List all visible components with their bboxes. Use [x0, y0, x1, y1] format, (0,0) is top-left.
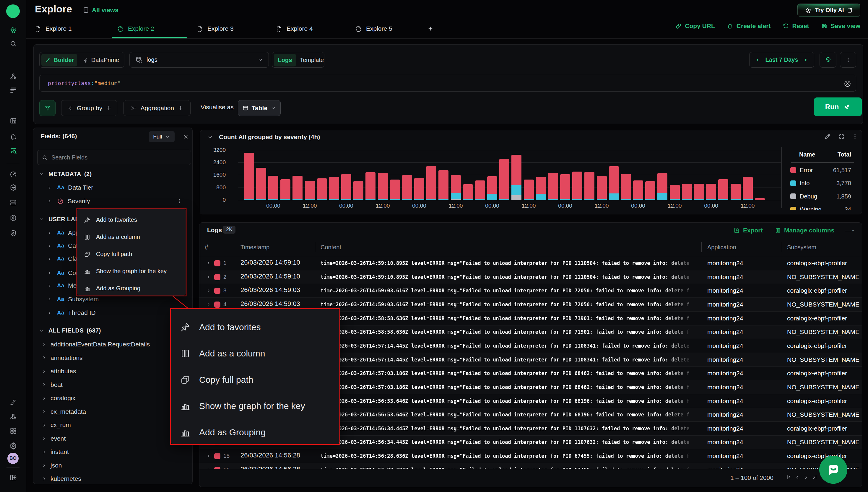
- sidebar-item-service-map[interactable]: [0, 70, 26, 83]
- dataprime-mode-button[interactable]: DataPrime: [79, 54, 123, 67]
- brand-logo[interactable]: [6, 4, 20, 18]
- legend-row-info[interactable]: Info3,770: [781, 177, 862, 190]
- chat-widget-button[interactable]: [819, 456, 847, 484]
- row-expand-chevron[interactable]: [206, 275, 211, 279]
- field-row[interactable]: Severity: [33, 194, 193, 208]
- field-row[interactable]: cx_rum: [33, 418, 193, 432]
- row-expand-chevron[interactable]: [206, 288, 211, 293]
- log-row[interactable]: 1526/03/2026 14:56:28time=2026-03-26T14:…: [199, 449, 862, 463]
- chart-bar[interactable]: [292, 176, 303, 200]
- sidebar-item-explore[interactable]: [0, 144, 26, 157]
- menu-item-add-as-a-column[interactable]: Add as a column: [77, 228, 186, 246]
- field-row[interactable]: annotations: [33, 351, 193, 365]
- chart-bar[interactable]: [426, 166, 436, 200]
- chart-bar[interactable]: [670, 185, 680, 200]
- chart-bar[interactable]: [621, 174, 631, 200]
- chart-bar[interactable]: [463, 184, 473, 200]
- first-page-button[interactable]: [786, 474, 792, 481]
- chart-bar[interactable]: [657, 173, 668, 200]
- visualise-table-select[interactable]: Table: [238, 100, 281, 116]
- manage-columns-button[interactable]: Manage columns: [775, 227, 834, 234]
- query-input[interactable]: priorityclass:"medium": [39, 75, 856, 92]
- field-row[interactable]: kubernetes: [33, 472, 193, 486]
- chart-bar[interactable]: [572, 172, 582, 200]
- sidebar-item-settings[interactable]: [0, 439, 26, 452]
- chart-bar[interactable]: [694, 184, 704, 200]
- last-page-button[interactable]: [811, 474, 818, 481]
- menu-item-add-as-grouping[interactable]: Add as Grouping: [170, 419, 340, 446]
- query-history-button[interactable]: [820, 52, 836, 68]
- fields-section-header[interactable]: ALL FIELDS(637): [33, 324, 193, 337]
- time-range-picker[interactable]: Last 7 Days: [749, 52, 814, 68]
- row-expand-chevron[interactable]: [206, 453, 211, 458]
- all-views-link[interactable]: All views: [83, 6, 118, 14]
- field-row[interactable]: coralogix: [33, 391, 193, 405]
- action-save-view[interactable]: Save view: [821, 22, 860, 29]
- chart-bar[interactable]: [305, 181, 315, 200]
- export-button[interactable]: Export: [733, 227, 763, 234]
- sidebar-item-integrations[interactable]: [0, 396, 26, 409]
- filters-button[interactable]: [39, 100, 55, 116]
- sidebar-item-coralogix-home[interactable]: [0, 24, 26, 36]
- sidebar-item-apm[interactable]: [0, 168, 26, 181]
- menu-item-add-as-a-column[interactable]: Add as a column: [170, 340, 340, 367]
- log-row[interactable]: 226/03/2026 14:59:10time=2026-03-26T14:5…: [199, 270, 862, 284]
- field-row[interactable]: attributes: [33, 364, 193, 378]
- template-toggle-button[interactable]: Template: [298, 52, 326, 68]
- fields-section-header[interactable]: METADATA(2): [33, 167, 193, 181]
- field-row[interactable]: beat: [33, 378, 193, 392]
- field-row[interactable]: cx_metadata: [33, 405, 193, 418]
- menu-item-add-as-grouping[interactable]: Add as Grouping: [77, 280, 186, 297]
- user-avatar[interactable]: BO: [7, 453, 19, 464]
- logs-toggle-button[interactable]: Logs: [274, 54, 296, 67]
- chart-bar[interactable]: [743, 177, 753, 200]
- fields-scope-select[interactable]: Full: [149, 131, 175, 142]
- data-source-select[interactable]: logs: [129, 52, 269, 68]
- chart-bar[interactable]: [451, 175, 461, 200]
- sidebar-item-infrastructure[interactable]: [0, 196, 26, 209]
- chart-bar[interactable]: [341, 174, 351, 200]
- chart-bar[interactable]: [390, 179, 400, 200]
- chart-bar[interactable]: [402, 175, 412, 200]
- sidebar-item-insights[interactable]: [0, 212, 26, 224]
- tab-explore-4[interactable]: Explore 4: [276, 21, 313, 36]
- chart-bar[interactable]: [609, 166, 619, 200]
- sidebar-item-list-view[interactable]: [0, 83, 26, 96]
- chart-bar[interactable]: [755, 198, 765, 200]
- fields-search-input[interactable]: Search Fields: [37, 150, 191, 165]
- sidebar-item-dashboards[interactable]: [0, 114, 26, 127]
- chart-bar[interactable]: [475, 180, 485, 200]
- field-row[interactable]: AaData Tier: [33, 181, 193, 194]
- chart-bar[interactable]: [706, 184, 716, 200]
- row-density-control[interactable]: —-: [845, 227, 855, 234]
- builder-mode-button[interactable]: Builder: [41, 54, 77, 67]
- menu-item-add-to-favorites[interactable]: Add to favorites: [77, 211, 186, 228]
- sidebar-item-alerts[interactable]: [0, 130, 26, 143]
- chart-bar[interactable]: [560, 174, 570, 200]
- field-kebab-icon[interactable]: [176, 198, 182, 204]
- chart-bar[interactable]: [268, 176, 278, 200]
- legend-row-debug[interactable]: Debug1,859: [781, 190, 862, 203]
- log-row[interactable]: 1626/03/2026 14:56:28time=2026-03-26T14:…: [199, 463, 862, 469]
- tab-explore-5[interactable]: Explore 5: [355, 21, 392, 36]
- try-olly-ai-button[interactable]: Try Olly AI: [797, 3, 860, 17]
- chart-bar[interactable]: [597, 176, 607, 200]
- chart-bar[interactable]: [499, 159, 509, 200]
- field-row[interactable]: event: [33, 432, 193, 445]
- previous-page-button[interactable]: [794, 474, 801, 481]
- legend-row-warning[interactable]: Warning34: [781, 203, 862, 210]
- chart-bar[interactable]: [731, 184, 741, 200]
- chart-bar[interactable]: [536, 177, 546, 200]
- menu-item-copy-full-path[interactable]: Copy full path: [77, 245, 186, 263]
- aggregation-button[interactable]: Aggregation: [123, 100, 191, 116]
- chart-bar[interactable]: [378, 173, 388, 200]
- chart-bar[interactable]: [487, 176, 497, 200]
- field-row[interactable]: instant: [33, 445, 193, 459]
- column-header-num[interactable]: #: [204, 243, 208, 251]
- action-copy-url[interactable]: Copy URL: [675, 22, 715, 29]
- chart-bar[interactable]: [645, 181, 655, 200]
- chart-bar[interactable]: [438, 170, 449, 200]
- chart-bar[interactable]: [280, 179, 290, 200]
- run-button[interactable]: Run: [814, 97, 862, 116]
- field-row[interactable]: AaThread ID: [33, 306, 193, 320]
